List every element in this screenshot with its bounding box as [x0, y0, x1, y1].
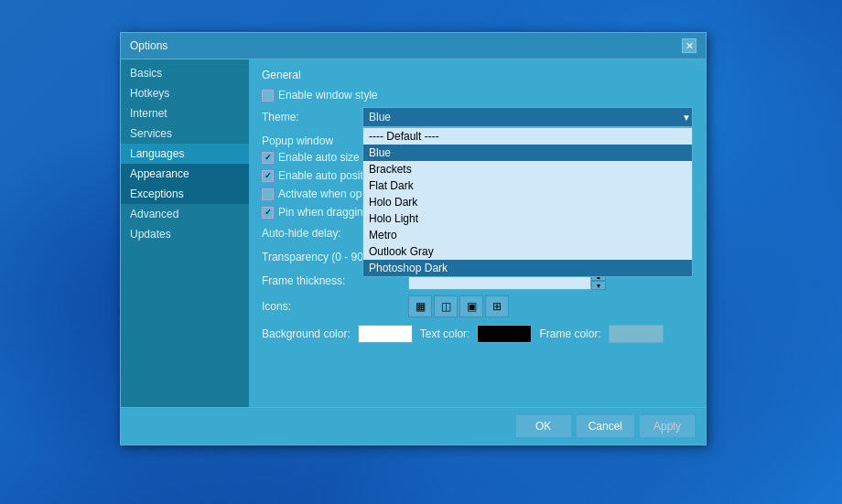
sidebar-item-updates[interactable]: Updates [121, 224, 249, 244]
dropdown-option-brackets[interactable]: Brackets [363, 161, 692, 177]
ok-button[interactable]: OK [516, 415, 571, 437]
dropdown-option-default[interactable]: ---- Default ---- [363, 128, 692, 145]
dialog-title: Options [130, 39, 167, 52]
frame-color-swatch[interactable] [609, 325, 664, 343]
cancel-button[interactable]: Cancel [577, 415, 634, 437]
enable-window-style-label[interactable]: Enable window style [262, 89, 378, 102]
enable-auto-position-checkbox[interactable] [262, 170, 274, 182]
sidebar-item-services[interactable]: Services [121, 123, 249, 144]
sidebar-item-basics[interactable]: Basics [121, 63, 249, 83]
sidebar-item-exceptions[interactable]: Exceptions [121, 184, 249, 204]
dropdown-option-metro[interactable]: Metro [363, 227, 692, 243]
bottom-bar: OK Cancel Apply [121, 407, 706, 445]
activate-when-opened-checkbox[interactable] [262, 188, 274, 200]
theme-row: Theme: Blue ▼ ---- Default ---- Blue Bra… [262, 107, 693, 127]
text-color-label: Text color: [420, 327, 470, 340]
pin-when-dragging-checkbox[interactable] [262, 207, 274, 219]
options-dialog: Options ✕ Basics Hotkeys Internet Servic… [120, 32, 707, 445]
sidebar: Basics Hotkeys Internet Services Languag… [121, 59, 249, 407]
pin-when-dragging-label[interactable]: Pin when dragging [262, 206, 369, 219]
dropdown-option-photoshop-dark[interactable]: Photoshop Dark [363, 260, 692, 276]
color-row: Background color: Text color: Frame colo… [262, 325, 693, 343]
enable-window-style-row: Enable window style [262, 89, 693, 102]
theme-label: Theme: [262, 111, 362, 123]
dropdown-option-outlook-gray[interactable]: Outlook Gray [363, 243, 692, 260]
icons-label: Icons: [262, 300, 408, 313]
icon-btn-1[interactable]: ▦ [408, 295, 432, 317]
dropdown-arrow-icon: ▼ [682, 113, 691, 123]
sidebar-item-internet[interactable]: Internet [121, 103, 249, 123]
apply-button[interactable]: Apply [640, 415, 695, 437]
enable-auto-size-label[interactable]: Enable auto size [262, 151, 360, 164]
theme-dropdown[interactable]: Blue ▼ [362, 107, 693, 127]
enable-window-style-checkbox[interactable] [262, 90, 274, 102]
text-color-swatch[interactable] [477, 325, 532, 343]
enable-auto-position-label[interactable]: Enable auto position [262, 169, 378, 182]
sidebar-item-advanced[interactable]: Advanced [121, 204, 249, 224]
title-bar: Options ✕ [121, 33, 706, 59]
icon-btn-2[interactable]: ◫ [434, 295, 458, 317]
frame-thickness-down-btn[interactable]: ▼ [591, 281, 606, 290]
sidebar-item-hotkeys[interactable]: Hotkeys [121, 83, 249, 103]
background-color-label: Background color: [262, 327, 351, 340]
dropdown-option-flat-dark[interactable]: Flat Dark [363, 177, 692, 194]
icon-btn-3[interactable]: ▣ [459, 295, 483, 317]
icons-row: Icons: ▦ ◫ ▣ ⊞ [262, 295, 693, 317]
dropdown-option-blue[interactable]: Blue [363, 145, 692, 161]
content-area: General Enable window style Theme: Blue … [249, 59, 706, 407]
theme-dropdown-container: Blue ▼ ---- Default ---- Blue Brackets F… [362, 107, 693, 127]
section-general-title: General [262, 69, 693, 81]
dropdown-option-holo-light[interactable]: Holo Light [363, 210, 692, 227]
background-color-swatch[interactable] [358, 325, 413, 343]
sidebar-item-appearance[interactable]: Appearance [121, 164, 249, 184]
close-button[interactable]: ✕ [682, 38, 696, 53]
icon-btn-4[interactable]: ⊞ [485, 295, 509, 317]
sidebar-item-languages[interactable]: Languages [121, 144, 249, 164]
enable-auto-size-checkbox[interactable] [262, 152, 274, 164]
dropdown-option-holo-dark[interactable]: Holo Dark [363, 194, 692, 210]
theme-dropdown-list: ---- Default ---- Blue Brackets Flat Dar… [362, 127, 693, 277]
frame-color-label: Frame color: [539, 327, 600, 340]
dialog-body: Basics Hotkeys Internet Services Languag… [121, 59, 706, 407]
